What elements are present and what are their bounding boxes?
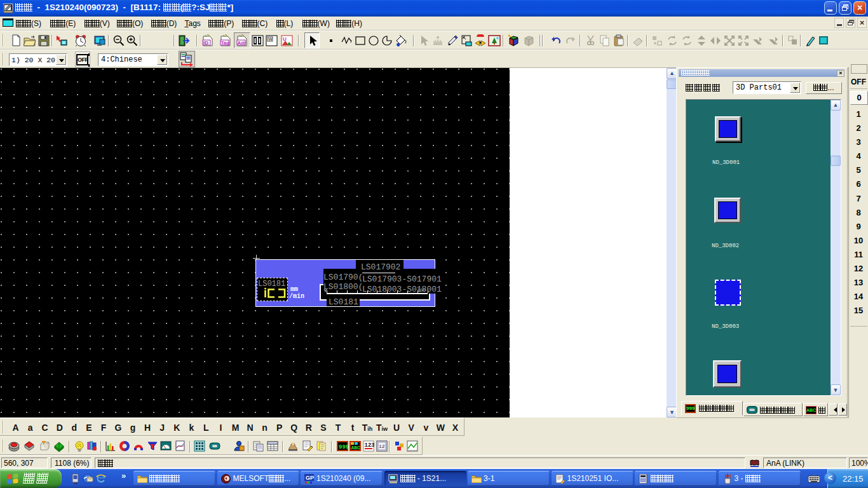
svg-text:Adr: Adr [238, 40, 247, 46]
svg-text:GP: GP [306, 475, 314, 481]
svg-text:U: U [283, 36, 287, 42]
svg-text:ABC: ABC [351, 445, 361, 451]
svg-text:W: W [268, 37, 273, 41]
svg-text:ID: ID [203, 40, 208, 46]
svg-text:123: 123 [364, 442, 374, 449]
svg-text:12: 12 [379, 444, 385, 449]
svg-text:999: 999 [339, 444, 348, 451]
svg-text:Tag: Tag [221, 40, 230, 46]
